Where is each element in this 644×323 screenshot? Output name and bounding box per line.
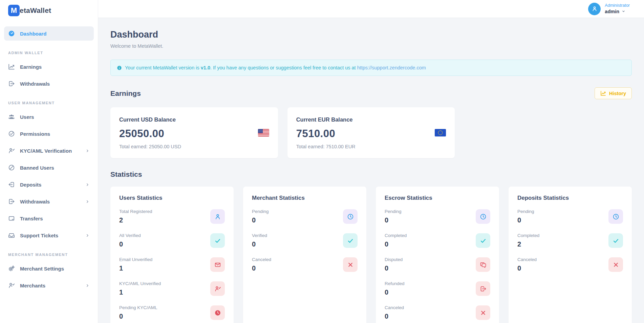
box-arrow-out-icon <box>8 80 15 87</box>
stat-label: Completed <box>385 233 407 238</box>
usd-balance-card: Current USD Balance 25050.00 Total earne… <box>110 107 278 158</box>
sidebar-item-dashboard[interactable]: Dashboard <box>4 26 94 41</box>
logo-badge: M <box>8 5 20 16</box>
usd-balance-title: Current USD Balance <box>119 116 181 123</box>
inbox-icon <box>8 232 15 239</box>
stat-value: 0 <box>252 240 267 248</box>
statistics-cards: Users Statistics Total Registered 2 All … <box>110 187 632 323</box>
eur-balance-value: 7510.00 <box>296 128 356 140</box>
sidebar-item-label: Transfers <box>20 216 43 221</box>
stat-row: Pending 0 <box>252 209 358 224</box>
escrow-statistics-card: Escrow Statistics Pending 0 Completed 0 … <box>376 187 499 323</box>
box-arrow-in-icon <box>8 181 15 188</box>
stat-value: 0 <box>385 240 407 248</box>
stat-row: Canceled 0 <box>252 257 358 272</box>
sidebar-item-kyc-aml-verification[interactable]: KYC/AML Verification <box>4 144 94 158</box>
eur-balance-total: Total earned: 7510.00 EUR <box>296 144 356 149</box>
statistics-title: Statistics <box>110 170 142 178</box>
stat-row: Canceled 0 <box>385 305 490 320</box>
support-link[interactable]: https://support.zendercode.com <box>357 65 426 70</box>
chevron-down-icon <box>622 9 625 13</box>
graph-up-icon <box>8 63 15 70</box>
people-icon <box>8 113 15 120</box>
alert-text-after: . If you have any questions or suggestio… <box>210 65 357 70</box>
sidebar-item-permissions[interactable]: Permissions <box>4 127 94 141</box>
stat-value: 2 <box>119 216 152 224</box>
sidebar-item-label: Merchant Settings <box>20 266 64 272</box>
envelope-icon <box>210 257 225 272</box>
person-check-icon <box>8 282 15 289</box>
sidebar-item-deposits[interactable]: Deposits <box>4 177 94 192</box>
stat-label: Disputed <box>385 257 403 262</box>
earnings-title: Earnings <box>110 89 141 98</box>
x-icon <box>343 257 358 272</box>
stat-row: Canceled 0 <box>517 257 623 272</box>
balance-grid-spacer <box>464 107 632 158</box>
sidebar-item-withdrawals-admin[interactable]: Withdrawals <box>4 77 94 91</box>
page-title: Dashboard <box>110 29 632 40</box>
user-menu[interactable]: Administrator admin <box>588 3 630 15</box>
stat-row: KYC/AML Unverified 1 <box>119 281 225 296</box>
person-icon <box>592 6 598 12</box>
sidebar-item-users[interactable]: Users <box>4 110 94 124</box>
x-icon <box>476 305 490 320</box>
users-statistics-card: Users Statistics Total Registered 2 All … <box>110 187 234 323</box>
us-flag <box>258 129 269 136</box>
check-icon <box>476 233 490 248</box>
stat-row: Email Unverified 1 <box>119 257 225 272</box>
stat-value: 1 <box>119 288 161 296</box>
stat-label: All Verified <box>119 233 141 238</box>
chat-icon <box>476 257 490 272</box>
sidebar-section-admin-wallet: Admin Wallet <box>4 51 94 55</box>
usd-balance-value: 25050.00 <box>119 128 181 140</box>
sidebar-item-label: Withdrawals <box>20 81 50 87</box>
eur-balance-card: Current EUR Balance 7510.00 Total earned… <box>287 107 455 158</box>
alert-version: v1.0 <box>201 65 210 70</box>
x-icon <box>608 257 623 272</box>
stat-label: Verified <box>252 233 267 238</box>
sidebar-item-merchant-settings[interactable]: Merchant Settings <box>4 261 94 276</box>
stat-row: Completed 2 <box>517 233 623 248</box>
chevron-right-icon <box>85 149 90 153</box>
check-icon <box>608 233 623 248</box>
stat-label: Refunded <box>385 281 405 286</box>
slash-circle-icon <box>8 164 15 171</box>
stat-label: Pending <box>252 209 269 214</box>
chevron-right-icon <box>85 199 90 204</box>
stat-label: Canceled <box>517 257 537 262</box>
sidebar-item-withdrawals[interactable]: Withdrawals <box>4 194 94 209</box>
history-button[interactable]: History <box>595 87 632 99</box>
clock-icon <box>343 209 358 224</box>
sidebar-item-support-tickets[interactable]: Support Tickets <box>4 228 94 242</box>
stat-label: Pending <box>517 209 534 214</box>
alert-text-before: Your current MetaWallet version is <box>125 65 201 70</box>
clock-fill-icon <box>210 305 225 320</box>
chevron-right-icon <box>85 283 90 288</box>
stat-label: Canceled <box>385 305 404 310</box>
clock-icon <box>476 209 490 224</box>
stat-value: 0 <box>517 216 534 224</box>
stat-value: 0 <box>385 264 403 272</box>
sidebar-item-transfers[interactable]: Transfers <box>4 211 94 225</box>
sidebar-item-banned-users[interactable]: Banned Users <box>4 160 94 175</box>
check-icon <box>343 233 358 248</box>
balance-cards: Current USD Balance 25050.00 Total earne… <box>110 107 632 158</box>
box-arrow-out-icon <box>8 198 15 205</box>
app-logo[interactable]: MetaWallet <box>0 0 98 16</box>
sidebar-section-user-management: User Management <box>4 101 94 105</box>
credit-card-icon <box>8 215 15 222</box>
history-button-label: History <box>609 91 626 96</box>
sidebar-item-label: Dashboard <box>20 31 46 37</box>
person-check-icon <box>210 281 225 296</box>
sidebar-item-earnings[interactable]: Earnings <box>4 60 94 74</box>
sidebar-item-label: Withdrawals <box>20 199 50 204</box>
sidebar-item-merchants[interactable]: Merchants <box>4 278 94 293</box>
sidebar-section-merchant-management: Merchant Management <box>4 253 94 257</box>
person-check-icon <box>8 147 15 154</box>
user-role: Administrator <box>605 3 630 8</box>
speedometer-icon <box>8 30 15 37</box>
app-title: etaWallet <box>20 6 51 15</box>
stat-label: Email Unverified <box>119 257 152 262</box>
stat-row: Refunded 0 <box>385 281 490 296</box>
gears-icon <box>8 265 15 272</box>
